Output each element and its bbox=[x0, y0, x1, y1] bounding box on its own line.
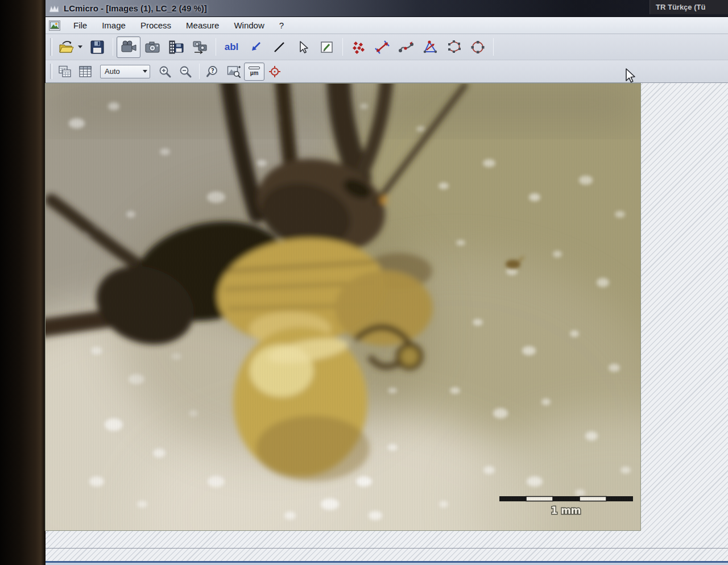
menu-window[interactable]: Window bbox=[226, 18, 271, 32]
circle-measure-icon bbox=[470, 40, 486, 55]
document-image-icon[interactable] bbox=[49, 20, 60, 31]
edit-annotation-button[interactable] bbox=[315, 36, 339, 58]
overview-window-button[interactable] bbox=[224, 63, 244, 81]
toolbar-separator bbox=[216, 38, 216, 56]
crosshair-target-icon bbox=[267, 65, 282, 78]
cascade-windows-icon bbox=[57, 65, 72, 78]
toolbar-separator bbox=[493, 38, 494, 56]
combo-caret-icon bbox=[143, 70, 147, 73]
menu-measure[interactable]: Measure bbox=[179, 18, 226, 32]
tile-windows-button[interactable] bbox=[75, 63, 96, 81]
measure-angle-button[interactable] bbox=[418, 36, 442, 58]
save-floppy-icon bbox=[90, 40, 105, 55]
camera-icon bbox=[144, 40, 160, 54]
blue-arrow-icon bbox=[249, 40, 262, 54]
micron-label: µm bbox=[250, 70, 259, 76]
image-navigator-icon bbox=[226, 65, 241, 78]
measure-polyline-button[interactable] bbox=[394, 36, 418, 58]
save-button[interactable] bbox=[85, 36, 109, 58]
save-video-button[interactable] bbox=[164, 36, 188, 58]
monitor-bezel bbox=[0, 0, 46, 565]
menubar: File Image Process Measure Window ? bbox=[46, 17, 728, 34]
capture-sequence-button[interactable] bbox=[188, 36, 212, 58]
video-camera-icon bbox=[120, 40, 137, 55]
image-viewport[interactable]: 1 mm bbox=[46, 84, 640, 530]
point-count-icon bbox=[351, 40, 366, 55]
open-folder-icon bbox=[58, 40, 76, 55]
menu-image[interactable]: Image bbox=[94, 18, 133, 32]
live-video-button[interactable] bbox=[117, 36, 140, 58]
language-bar-text: TR Türkçe (Tü bbox=[656, 3, 705, 11]
scalebar-glyph-icon bbox=[249, 67, 260, 69]
polyline-measure-icon bbox=[398, 40, 414, 55]
measure-length-button[interactable] bbox=[370, 36, 394, 58]
lcmicro-logo-icon bbox=[49, 4, 59, 13]
toolbar-separator bbox=[113, 38, 113, 56]
open-dropdown-caret[interactable] bbox=[78, 45, 82, 48]
center-target-button[interactable] bbox=[264, 63, 285, 81]
cascade-windows-button[interactable] bbox=[55, 63, 75, 81]
filmstrip-save-icon bbox=[168, 40, 184, 55]
zoom-out-icon bbox=[179, 65, 192, 78]
snapshot-button[interactable] bbox=[140, 36, 164, 58]
select-pointer-button[interactable] bbox=[291, 36, 315, 58]
distance-measure-icon bbox=[374, 40, 390, 55]
zoom-mode-value: Auto bbox=[105, 67, 120, 76]
microscope-image: 1 mm bbox=[46, 84, 640, 530]
menu-help[interactable]: ? bbox=[272, 18, 291, 32]
titlebar: LCmicro - [Images (1), LC_2 (49 %)] TR T… bbox=[46, 0, 728, 17]
measure-circle-button[interactable] bbox=[466, 36, 490, 58]
menu-file[interactable]: File bbox=[66, 18, 94, 32]
polygon-measure-icon bbox=[446, 40, 462, 55]
zoom-in-icon bbox=[158, 65, 172, 78]
measure-points-button[interactable] bbox=[346, 36, 370, 58]
text-tool-icon: abl bbox=[225, 41, 239, 53]
text-annotation-button[interactable]: abl bbox=[220, 36, 243, 58]
angle-measure-icon bbox=[422, 40, 438, 55]
line-annotation-button[interactable] bbox=[267, 36, 291, 58]
mdi-client-area: 1 mm bbox=[46, 83, 728, 565]
photographed-screen: LCmicro - [Images (1), LC_2 (49 %)] TR T… bbox=[0, 0, 728, 565]
menu-process[interactable]: Process bbox=[133, 18, 179, 32]
client-bottom-divider bbox=[46, 548, 728, 549]
toolbar-gripper bbox=[50, 64, 52, 79]
toolbar-separator bbox=[342, 38, 343, 56]
measure-polygon-button[interactable] bbox=[442, 36, 466, 58]
edit-pen-icon bbox=[320, 40, 334, 54]
svg-text:?: ? bbox=[211, 68, 214, 74]
table-grid-icon bbox=[78, 65, 93, 78]
scale-bar-label: 1 mm bbox=[551, 505, 581, 516]
language-bar[interactable]: TR Türkçe (Tü bbox=[650, 0, 728, 14]
toolbar-gripper bbox=[50, 38, 52, 56]
magnifier-question-icon: ? bbox=[206, 65, 221, 78]
multi-capture-icon bbox=[192, 40, 209, 55]
line-tool-icon bbox=[272, 40, 286, 54]
zoom-in-button[interactable] bbox=[155, 63, 175, 81]
toolbar-separator bbox=[199, 64, 200, 79]
window-title: LCmicro - [Images (1), LC_2 (49 %)] bbox=[64, 3, 207, 13]
scalebar-toggle-button[interactable]: µm bbox=[244, 63, 264, 81]
open-button[interactable] bbox=[55, 36, 85, 58]
arrow-annotation-button[interactable] bbox=[243, 36, 267, 58]
zoom-query-button[interactable]: ? bbox=[203, 63, 224, 81]
window-bottom-strip bbox=[46, 563, 728, 565]
zoom-mode-select[interactable]: Auto bbox=[100, 65, 150, 78]
toolbar-main: abl bbox=[46, 34, 728, 60]
mouse-cursor-icon bbox=[624, 68, 637, 85]
zoom-out-button[interactable] bbox=[175, 63, 196, 81]
pointer-arrow-icon bbox=[296, 40, 311, 55]
